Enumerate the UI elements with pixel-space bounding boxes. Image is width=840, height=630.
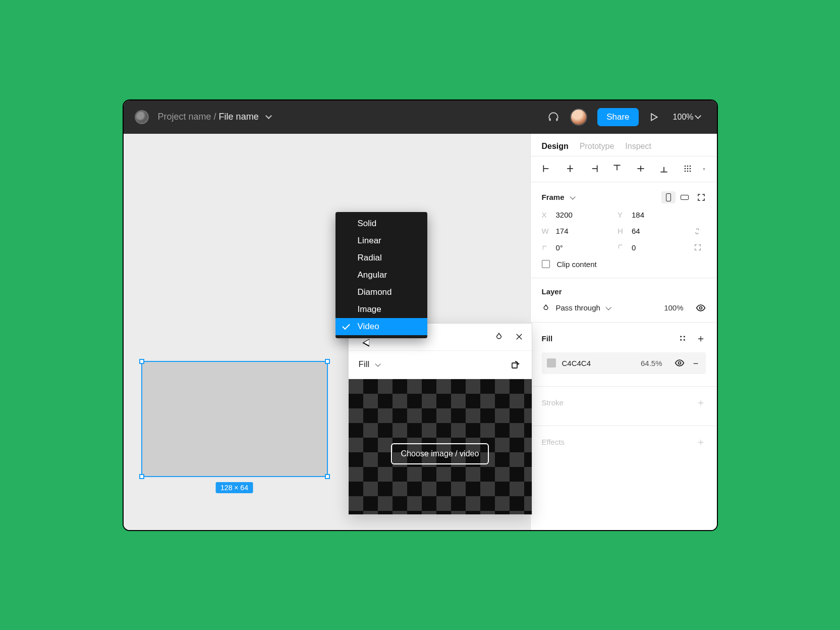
rotate-icon[interactable]: [510, 358, 522, 371]
fill-type-option-angular[interactable]: Angular: [335, 267, 427, 284]
fill-opacity-input[interactable]: 64.5%: [641, 359, 662, 368]
align-top-icon[interactable]: [612, 164, 623, 175]
orientation-landscape-button[interactable]: [678, 191, 692, 203]
app-window: Project name / File name Share: [123, 99, 718, 531]
layer-opacity-input[interactable]: 100%: [664, 303, 683, 312]
fill-section: Fill ＋ C4C4C4 64.5%: [531, 323, 717, 387]
add-stroke-button[interactable]: ＋: [696, 396, 706, 409]
fill-type-option-linear[interactable]: Linear: [335, 232, 427, 249]
canvas[interactable]: 128 × 64 Fill: [124, 134, 530, 530]
add-fill-button[interactable]: ＋: [696, 332, 706, 345]
add-effect-button[interactable]: ＋: [696, 435, 706, 449]
chevron-down-icon: [375, 361, 380, 366]
breadcrumb[interactable]: Project name / File name: [158, 112, 271, 122]
svg-point-17: [687, 165, 689, 167]
fill-type-option-solid[interactable]: Solid: [335, 215, 427, 232]
svg-point-16: [685, 165, 686, 167]
fill-type-dropdown[interactable]: SolidLinearRadialAngularDiamondImageVide…: [335, 212, 427, 338]
file-name[interactable]: File name: [219, 112, 259, 122]
chevron-down-icon[interactable]: [266, 114, 271, 119]
chevron-down-icon: [570, 194, 575, 199]
svg-point-22: [685, 170, 686, 172]
constrain-proportions-icon[interactable]: [694, 226, 706, 236]
align-center-v-icon[interactable]: [636, 164, 647, 175]
align-center-h-icon[interactable]: [565, 164, 576, 175]
style-library-icon[interactable]: [679, 334, 687, 342]
choose-media-button[interactable]: Choose image / video: [391, 443, 489, 464]
resize-to-fit-icon[interactable]: [697, 193, 706, 202]
droplet-icon: [542, 304, 550, 312]
tab-design[interactable]: Design: [542, 142, 569, 151]
visibility-toggle-icon[interactable]: [696, 303, 706, 313]
app-logo-icon[interactable]: [135, 110, 149, 124]
svg-point-30: [678, 362, 681, 364]
fill-visibility-icon[interactable]: [675, 358, 685, 368]
distribute-icon[interactable]: [683, 164, 694, 175]
fill-type-option-diamond[interactable]: Diamond: [335, 284, 427, 301]
fill-type-option-radial[interactable]: Radial: [335, 249, 427, 267]
resize-handle-top-right[interactable]: [325, 359, 330, 364]
y-input[interactable]: Y184: [618, 211, 694, 219]
fill-title: Fill: [542, 334, 553, 343]
x-input[interactable]: X3200: [542, 211, 618, 219]
layer-section: Layer Pass through 100%: [531, 278, 717, 323]
blend-mode-select[interactable]: Pass through: [556, 303, 610, 312]
present-button[interactable]: [649, 112, 659, 122]
fill-swatch[interactable]: [547, 358, 556, 368]
stroke-section: Stroke ＋: [531, 387, 717, 426]
avatar[interactable]: [570, 109, 587, 126]
selection-size-badge: 128 × 64: [215, 482, 253, 493]
svg-point-26: [680, 336, 682, 337]
share-button[interactable]: Share: [597, 108, 638, 126]
svg-point-20: [687, 168, 689, 169]
svg-point-27: [683, 336, 685, 337]
panel-tabs: Design Prototype Inspect: [531, 134, 717, 156]
align-left-icon[interactable]: [542, 164, 553, 175]
resize-handle-bottom-left[interactable]: [139, 474, 144, 479]
chevron-down-icon: [606, 304, 611, 310]
align-right-icon[interactable]: [589, 164, 600, 175]
frame-type-select[interactable]: Frame: [542, 193, 574, 201]
orientation-toggle: [661, 191, 692, 203]
right-panel: Design Prototype Inspect ▾: [530, 134, 717, 530]
voice-chat-button[interactable]: [547, 111, 560, 124]
rotation-input[interactable]: 0°: [542, 243, 618, 252]
remove-fill-button[interactable]: －: [691, 356, 701, 370]
width-input[interactable]: W174: [542, 227, 618, 235]
checkbox-icon: [542, 260, 550, 268]
corner-radius-input[interactable]: 0: [618, 243, 694, 252]
resize-handle-bottom-right[interactable]: [325, 474, 330, 479]
svg-point-28: [680, 339, 682, 341]
chevron-down-icon[interactable]: ▾: [703, 166, 705, 172]
clip-content-checkbox[interactable]: Clip content: [542, 260, 706, 269]
frame-title: Frame: [542, 193, 565, 201]
zoom-label: 100%: [673, 113, 694, 122]
svg-point-19: [685, 168, 686, 169]
fill-type-option-video[interactable]: Video: [335, 318, 427, 335]
fill-type-option-image[interactable]: Image: [335, 301, 427, 318]
zoom-control[interactable]: 100%: [669, 113, 701, 122]
effects-title: Effects: [542, 438, 565, 446]
independent-corners-icon[interactable]: [694, 243, 706, 251]
fill-hex-value[interactable]: C4C4C4: [562, 359, 591, 368]
orientation-portrait-button[interactable]: [661, 191, 676, 203]
tab-prototype[interactable]: Prototype: [580, 142, 614, 151]
frame-section: Frame: [531, 182, 717, 278]
fill-item[interactable]: C4C4C4 64.5% －: [542, 352, 706, 374]
tab-inspect[interactable]: Inspect: [625, 142, 651, 151]
align-bottom-icon[interactable]: [659, 164, 670, 175]
svg-point-23: [687, 170, 689, 172]
project-name[interactable]: Project name: [158, 112, 211, 122]
svg-point-29: [683, 339, 685, 341]
blend-icon[interactable]: [494, 332, 503, 341]
height-input[interactable]: H64: [618, 227, 694, 235]
stroke-title: Stroke: [542, 398, 564, 407]
close-icon[interactable]: [515, 332, 524, 341]
chevron-down-icon: [696, 114, 701, 119]
alignment-row: ▾: [531, 156, 717, 182]
fill-mode-select[interactable]: Fill: [359, 359, 379, 370]
workspace: 128 × 64 Fill: [124, 134, 717, 530]
media-preview-area[interactable]: Choose image / video: [349, 379, 532, 514]
resize-handle-top-left[interactable]: [139, 359, 144, 364]
selected-frame[interactable]: 128 × 64: [141, 361, 328, 477]
